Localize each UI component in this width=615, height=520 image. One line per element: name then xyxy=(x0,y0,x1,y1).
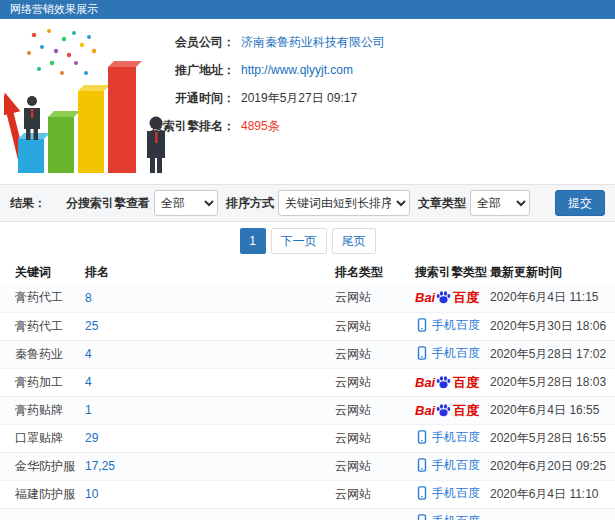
rank-value-link[interactable]: 10 xyxy=(85,487,98,501)
table-row: 膏药代工8云网站Bai百度2020年6月4日 11:15 xyxy=(0,284,615,312)
sort-label: 排序方式 xyxy=(226,195,274,212)
mobile-baidu-label: 手机百度 xyxy=(432,431,480,443)
rank-value-link[interactable]: 1 xyxy=(85,403,92,417)
rank-cell: 4 xyxy=(85,340,335,368)
keyword-cell: 膏药加工 xyxy=(0,368,85,396)
rank-type-cell: 云网站 xyxy=(335,424,400,452)
rank-cell: 25 xyxy=(85,312,335,340)
rank-value-link[interactable]: 25 xyxy=(85,319,98,333)
engine-rank-row: 搜索引擎排名：4895条 xyxy=(0,117,615,136)
open-time-value: 2019年5月27日 09:17 xyxy=(241,91,357,105)
keyword-cell: 膏药代工 xyxy=(0,312,85,340)
last-page-button[interactable]: 尾页 xyxy=(332,228,376,254)
sort-select[interactable]: 关键词由短到长排序 xyxy=(278,190,410,216)
keyword-cell: 金华防护服 xyxy=(0,452,85,480)
mobile-baidu-label: 手机百度 xyxy=(432,347,480,359)
table-header-row: 关键词 排名 排名类型 搜索引擎类型 最新更新时间 xyxy=(0,260,615,284)
rank-type-cell: 云网站 xyxy=(335,368,400,396)
rank-value-link[interactable]: 8 xyxy=(85,291,92,305)
table-header: 关键词 排名 排名类型 搜索引擎类型 最新更新时间 xyxy=(0,260,615,284)
article-type-label: 文章类型 xyxy=(418,195,466,212)
filter-bar: 结果： 分搜索引擎查看 全部 排序方式 关键词由短到长排序 文章类型 全部 提交 xyxy=(0,184,615,222)
update-time-cell: 2020年6月4日 11:15 xyxy=(490,284,615,312)
rank-value-link[interactable]: 17,25 xyxy=(85,459,115,473)
rank-cell: 17,25 xyxy=(85,452,335,480)
mobile-baidu-label: 手机百度 xyxy=(432,459,480,471)
update-time-cell xyxy=(490,508,615,520)
rank-cell: 8 xyxy=(85,284,335,312)
table-row: 手机百度 xyxy=(0,508,615,520)
table-row: 膏药代工25云网站手机百度2020年5月30日 18:06 xyxy=(0,312,615,340)
keyword-cell: 口罩贴牌 xyxy=(0,424,85,452)
rank-cell: 29 xyxy=(85,424,335,452)
mobile-baidu-logo: 手机百度 xyxy=(415,514,480,520)
baidu-logo: Bai百度 xyxy=(415,375,479,390)
mobile-phone-icon xyxy=(415,318,429,332)
submit-button[interactable]: 提交 xyxy=(555,190,605,216)
mobile-baidu-label: 手机百度 xyxy=(432,515,480,520)
rank-value-link[interactable]: 29 xyxy=(85,431,98,445)
header-keyword: 关键词 xyxy=(0,260,85,284)
member-info: 会员公司：济南秦鲁药业科技有限公司 推广地址：http://www.qlyyjt… xyxy=(0,33,615,145)
rank-value-link[interactable]: 4 xyxy=(85,347,92,361)
update-time-cell: 2020年6月4日 16:55 xyxy=(490,396,615,424)
mobile-baidu-logo: 手机百度 xyxy=(415,486,480,500)
mobile-phone-icon xyxy=(415,430,429,444)
results-table: 关键词 排名 排名类型 搜索引擎类型 最新更新时间 膏药代工8云网站Bai百度2… xyxy=(0,260,615,520)
engine-type-cell: Bai百度 xyxy=(400,284,490,312)
table-row: 秦鲁药业4云网站手机百度2020年5月28日 17:02 xyxy=(0,340,615,368)
table-row: 膏药加工4云网站Bai百度2020年5月28日 18:03 xyxy=(0,368,615,396)
mobile-phone-icon xyxy=(415,514,429,520)
engine-type-cell: 手机百度 xyxy=(400,424,490,452)
table-row: 福建防护服10云网站手机百度2020年6月4日 11:10 xyxy=(0,480,615,508)
result-label: 结果： xyxy=(10,195,46,212)
rank-type-cell: 云网站 xyxy=(335,396,400,424)
header-rank-type: 排名类型 xyxy=(335,260,400,284)
keyword-cell: 膏药代工 xyxy=(0,284,85,312)
article-type-select[interactable]: 全部 xyxy=(470,190,530,216)
mobile-phone-icon xyxy=(415,346,429,360)
company-label: 会员公司： xyxy=(0,33,235,52)
baidu-logo: Bai百度 xyxy=(415,290,479,305)
baidu-paw-icon xyxy=(436,403,451,418)
next-page-button[interactable]: 下一页 xyxy=(271,228,327,254)
table-row: 膏药贴牌1云网站Bai百度2020年6月4日 16:55 xyxy=(0,396,615,424)
engine-rank-count: 4895条 xyxy=(241,119,280,133)
rank-value-link[interactable]: 4 xyxy=(85,375,92,389)
baidu-logo-text: Bai xyxy=(415,291,435,304)
mobile-baidu-logo: 手机百度 xyxy=(415,346,480,360)
engine-type-cell: 手机百度 xyxy=(400,452,490,480)
window-titlebar: 网络营销效果展示 xyxy=(0,0,615,19)
baidu-logo: Bai百度 xyxy=(415,403,479,418)
rank-type-cell: 云网站 xyxy=(335,452,400,480)
rank-type-cell: 云网站 xyxy=(335,284,400,312)
open-time-label: 开通时间： xyxy=(0,89,235,108)
table-row: 口罩贴牌29云网站手机百度2020年5月28日 16:55 xyxy=(0,424,615,452)
rank-cell: 10 xyxy=(85,480,335,508)
update-time-cell: 2020年5月28日 17:02 xyxy=(490,340,615,368)
promo-url-label: 推广地址： xyxy=(0,61,235,80)
engine-filter-select[interactable]: 全部 xyxy=(154,190,218,216)
rank-cell: 1 xyxy=(85,396,335,424)
company-link[interactable]: 济南秦鲁药业科技有限公司 xyxy=(241,35,385,49)
engine-type-cell: Bai百度 xyxy=(400,368,490,396)
promo-url-row: 推广地址：http://www.qlyyjt.com xyxy=(0,61,615,80)
update-time-cell: 2020年6月20日 09:25 xyxy=(490,452,615,480)
rank-cell: 4 xyxy=(85,368,335,396)
engine-type-cell: Bai百度 xyxy=(400,396,490,424)
promo-url-link[interactable]: http://www.qlyyjt.com xyxy=(241,63,353,77)
table-body: 膏药代工8云网站Bai百度2020年6月4日 11:15膏药代工25云网站手机百… xyxy=(0,284,615,520)
keyword-cell: 福建防护服 xyxy=(0,480,85,508)
engine-filter-label: 分搜索引擎查看 xyxy=(66,195,150,212)
engine-type-cell: 手机百度 xyxy=(400,312,490,340)
engine-rank-label: 搜索引擎排名： xyxy=(0,117,235,136)
header-engine-type: 搜索引擎类型 xyxy=(400,260,490,284)
keyword-cell: 膏药贴牌 xyxy=(0,396,85,424)
engine-type-cell: 手机百度 xyxy=(400,480,490,508)
baidu-logo-text: Bai xyxy=(415,376,435,389)
baidu-paw-icon xyxy=(436,375,451,390)
mobile-baidu-logo: 手机百度 xyxy=(415,318,480,332)
keyword-cell: 秦鲁药业 xyxy=(0,340,85,368)
page-number-current[interactable]: 1 xyxy=(240,228,266,254)
baidu-paw-icon xyxy=(436,290,451,305)
